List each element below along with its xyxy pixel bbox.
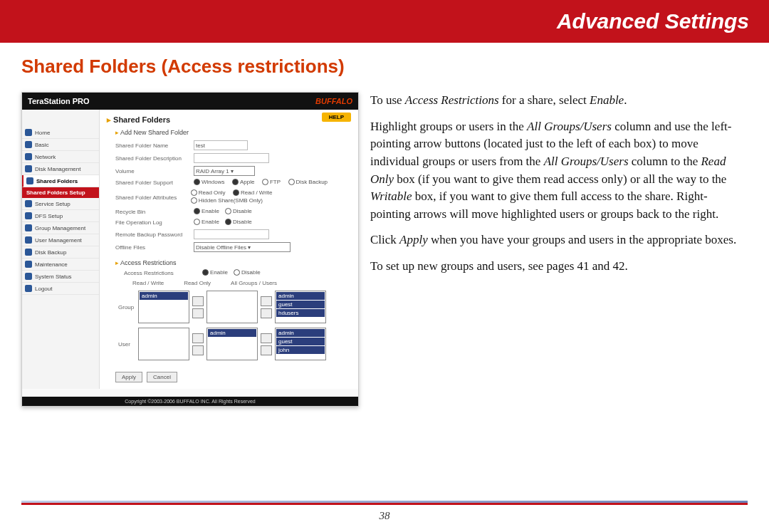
page-number: 38 — [380, 510, 390, 521]
panel-heading: ▸ Shared Folders — [107, 115, 351, 125]
radio-ar-enable[interactable]: Enable — [202, 269, 228, 276]
sidebar-item-basic[interactable]: Basic — [22, 139, 99, 151]
sidebar-sub-shared-folders-setup[interactable]: Shared Folders Setup — [22, 187, 99, 198]
home-icon — [25, 129, 32, 136]
input-folder-description[interactable] — [194, 153, 269, 163]
maintenance-icon — [25, 261, 32, 268]
sidebar-item-system-status[interactable]: System Status — [22, 271, 99, 283]
col-read-only: Read Only — [184, 280, 211, 286]
checkbox-windows[interactable]: Windows — [194, 179, 224, 185]
page-footer: 38 — [0, 501, 769, 522]
arrow-left-icon[interactable] — [192, 296, 204, 306]
box-group-ro[interactable] — [206, 291, 258, 323]
basic-icon — [25, 141, 32, 148]
field-volume: VolumeRAID Array 1 ▾ — [115, 166, 351, 176]
field-offline-files: Offline FilesDisable Offline Files ▾ — [115, 242, 351, 252]
section-add-new-folder: Add New Shared Folder — [120, 129, 189, 136]
radio-read-only[interactable]: Read Only — [191, 189, 226, 196]
sidebar-item-logout[interactable]: Logout — [22, 283, 99, 295]
banner: Advanced Settings — [0, 0, 769, 43]
screenshot-footer: Copyright ©2003-2006 BUFFALO INC. All Ri… — [22, 397, 358, 406]
sidebar-item-service-setup[interactable]: Service Setup — [22, 198, 99, 210]
group-icon — [25, 224, 32, 231]
apply-button[interactable]: Apply — [115, 372, 142, 382]
arrow-right-icon[interactable] — [192, 345, 204, 355]
network-icon — [25, 153, 32, 160]
instruction-text: To use Access Restrictions for a share, … — [359, 92, 748, 407]
row-group: Group admin adminguesthdusers — [118, 291, 351, 323]
sidebar-item-group-management[interactable]: Group Management — [22, 222, 99, 234]
radio-ar-disable[interactable]: Disable — [234, 269, 261, 276]
radio-hidden-share[interactable]: Hidden Share(SMB Only) — [191, 197, 263, 204]
attributes-options: Read Only Read / Write Hidden Share(SMB … — [191, 189, 351, 205]
sidebar: Home Basic Network Disk Management Share… — [22, 110, 100, 389]
footer-rule — [21, 501, 748, 505]
radio-recycle-enable[interactable]: Enable — [194, 208, 219, 214]
box-group-all[interactable]: adminguesthdusers — [275, 291, 326, 323]
box-group-rw[interactable]: admin — [138, 291, 189, 323]
field-access-restrictions: Access Restrictions EnableDisable — [124, 269, 351, 277]
caret-right-icon: ▸ — [115, 259, 120, 266]
arrow-right-icon[interactable] — [261, 308, 272, 318]
main-panel: HELP ▸ Shared Folders ▸ Add New Shared F… — [100, 110, 358, 389]
arrow-left-icon[interactable] — [261, 296, 272, 306]
input-folder-name[interactable]: test — [194, 140, 248, 150]
caret-right-icon: ▸ — [107, 115, 113, 124]
col-read-write: Read / Write — [132, 280, 164, 286]
sidebar-item-dfs-setup[interactable]: DFS Setup — [22, 210, 99, 222]
radio-read-write[interactable]: Read / Write — [233, 189, 272, 196]
col-all-groups-users: All Groups / Users — [231, 280, 277, 286]
banner-title: Advanced Settings — [557, 9, 749, 33]
arrow-right-icon[interactable] — [261, 345, 272, 355]
arrow-left-icon[interactable] — [261, 333, 272, 343]
sidebar-item-disk-backup[interactable]: Disk Backup — [22, 246, 99, 259]
radio-log-enable[interactable]: Enable — [194, 219, 219, 225]
dfs-icon — [25, 212, 32, 219]
sidebar-item-home[interactable]: Home — [22, 127, 99, 139]
sidebar-item-user-management[interactable]: User Management — [22, 234, 99, 246]
field-folder-attributes: Shared Folder Attributes Read Only Read … — [115, 189, 351, 205]
backup-icon — [25, 249, 32, 256]
radio-recycle-disable[interactable]: Disable — [225, 208, 252, 214]
row-user: User admin adminguestjohn — [118, 328, 351, 360]
checkbox-disk-backup[interactable]: Disk Backup — [288, 179, 328, 185]
column-headers: Read / Write Read Only All Groups / User… — [132, 280, 351, 286]
sidebar-item-maintenance[interactable]: Maintenance — [22, 259, 99, 271]
field-folder-description: Shared Folder Description — [115, 153, 351, 163]
select-volume[interactable]: RAID Array 1 ▾ — [194, 166, 255, 176]
support-options: Windows Apple FTP Disk Backup — [194, 179, 333, 187]
checkbox-apple[interactable]: Apple — [232, 179, 254, 185]
arrow-right-icon[interactable] — [192, 308, 204, 318]
field-recycle-bin: Recycle Bin EnableDisable — [115, 208, 351, 216]
input-remote-backup-password[interactable] — [194, 229, 269, 239]
section-access-restrictions: Access Restrictions — [120, 259, 177, 266]
field-remote-backup-password: Remote Backup Password — [115, 229, 351, 239]
sidebar-item-disk-management[interactable]: Disk Management — [22, 163, 99, 175]
sidebar-item-network[interactable]: Network — [22, 151, 99, 163]
logout-icon — [25, 285, 32, 292]
product-name: TeraStation PRO — [28, 97, 90, 105]
arrow-left-icon[interactable] — [192, 333, 204, 343]
cancel-button[interactable]: Cancel — [147, 372, 177, 382]
help-button[interactable]: HELP — [322, 113, 351, 122]
service-icon — [25, 200, 32, 207]
box-user-all[interactable]: adminguestjohn — [275, 328, 326, 360]
status-icon — [25, 273, 32, 280]
brand-logo: BUFFALO — [315, 97, 352, 105]
field-folder-name: Shared Folder Nametest — [115, 140, 351, 150]
radio-log-disable[interactable]: Disable — [225, 219, 252, 225]
sidebar-item-shared-folders[interactable]: Shared Folders — [22, 175, 99, 187]
checkbox-ftp[interactable]: FTP — [262, 179, 281, 185]
user-icon — [25, 236, 32, 244]
field-folder-support: Shared Folder Support Windows Apple FTP … — [115, 179, 351, 187]
caret-right-icon: ▸ — [115, 129, 120, 136]
screenshot-terastation: TeraStation PRO BUFFALO Home Basic Netwo… — [21, 92, 359, 407]
box-user-ro[interactable]: admin — [206, 328, 258, 360]
box-user-rw[interactable] — [138, 328, 189, 360]
select-offline-files[interactable]: Disable Offline Files ▾ — [194, 242, 291, 252]
disk-icon — [25, 165, 32, 172]
section-title: Shared Folders (Access restrictions) — [0, 43, 769, 85]
folder-icon — [26, 177, 33, 184]
field-file-op-log: File Operation Log EnableDisable — [115, 219, 351, 226]
